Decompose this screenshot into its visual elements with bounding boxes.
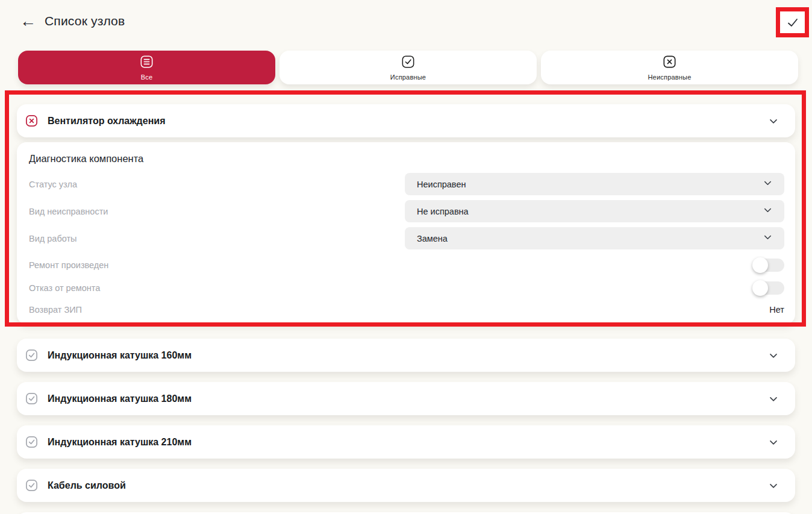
- chevron-down-icon[interactable]: [767, 436, 779, 448]
- accordion-title: Индукционная катушка 210мм: [48, 437, 758, 448]
- field-row-node-status: Статус узла Неисправен: [29, 173, 784, 195]
- page-title: Список узлов: [45, 14, 125, 28]
- filter-tabs: Все Исправные Неисправные: [18, 51, 798, 84]
- accordion-item-coil-210[interactable]: Индукционная катушка 210мм: [17, 425, 795, 459]
- toggle-knob: [752, 257, 768, 273]
- tab-label: Исправные: [390, 74, 426, 81]
- chevron-down-icon: [762, 204, 773, 218]
- zip-return-value: Нет: [769, 305, 784, 315]
- select-value: Неисправен: [417, 180, 762, 189]
- accordion-item-power-cable[interactable]: Кабель силовой: [17, 469, 795, 502]
- tab-label: Все: [141, 74, 153, 81]
- accordion-item-coil-180[interactable]: Индукционная катушка 180мм: [17, 382, 795, 415]
- field-label: Статус узла: [29, 180, 405, 189]
- accordion-title: Вентилятор охлаждения: [48, 116, 758, 127]
- select-value: Замена: [417, 234, 762, 243]
- tab-faulty[interactable]: Неисправные: [541, 51, 798, 84]
- check-square-icon: [25, 348, 39, 362]
- check-square-icon: [25, 435, 39, 449]
- tab-label: Неисправные: [648, 74, 691, 81]
- check-square-icon: [25, 392, 39, 406]
- chevron-down-icon[interactable]: [767, 349, 779, 362]
- accordion-item-coil-160[interactable]: Индукционная катушка 160мм: [17, 339, 795, 372]
- fault-type-select[interactable]: Не исправна: [405, 200, 784, 222]
- check-square-icon: [401, 54, 416, 72]
- field-label: Отказ от ремонта: [29, 283, 753, 293]
- field-row-work-type: Вид работы Замена: [29, 227, 784, 249]
- repair-done-toggle[interactable]: [753, 259, 784, 272]
- confirm-button-annotation: [776, 7, 809, 37]
- field-label: Вид работы: [29, 234, 405, 243]
- diagnostics-panel: Диагностика компонента Статус узла Неисп…: [17, 142, 795, 324]
- work-type-select[interactable]: Замена: [405, 227, 784, 249]
- zip-return-row: Возврат ЗИП Нет: [29, 305, 784, 315]
- diagnostics-section-title: Диагностика компонента: [29, 153, 784, 165]
- x-square-icon: [25, 114, 39, 128]
- x-square-icon: [662, 54, 677, 72]
- toggle-row-repair-done: Ремонт произведен: [29, 258, 784, 272]
- field-row-fault-type: Вид неисправности Не исправна: [29, 200, 784, 222]
- chevron-down-icon[interactable]: [767, 480, 779, 492]
- field-label: Вид неисправности: [29, 207, 405, 216]
- tab-working[interactable]: Исправные: [280, 51, 537, 84]
- header: ← Список узлов: [0, 0, 812, 29]
- chevron-down-icon[interactable]: [767, 393, 779, 405]
- toggle-knob: [752, 280, 768, 296]
- repair-refused-toggle[interactable]: [753, 281, 784, 295]
- accordion-title: Кабель силовой: [48, 480, 758, 491]
- node-status-select[interactable]: Неисправен: [405, 173, 784, 195]
- check-square-icon: [25, 478, 39, 492]
- back-arrow-icon[interactable]: ←: [20, 13, 36, 29]
- tab-all[interactable]: Все: [18, 51, 275, 84]
- field-label: Ремонт произведен: [29, 260, 753, 270]
- chevron-down-icon: [762, 177, 773, 191]
- confirm-check-icon[interactable]: [785, 15, 800, 30]
- accordion-item-fan[interactable]: Вентилятор охлаждения: [17, 104, 795, 137]
- list-square-icon: [139, 54, 154, 72]
- chevron-down-icon[interactable]: [767, 115, 779, 127]
- accordion-title: Индукционная катушка 160мм: [48, 350, 758, 361]
- toggle-row-repair-refused: Отказ от ремонта: [29, 281, 784, 295]
- chevron-down-icon: [762, 231, 773, 245]
- accordion-title: Индукционная катушка 180мм: [48, 393, 758, 404]
- select-value: Не исправна: [417, 207, 762, 216]
- field-label: Возврат ЗИП: [29, 305, 769, 315]
